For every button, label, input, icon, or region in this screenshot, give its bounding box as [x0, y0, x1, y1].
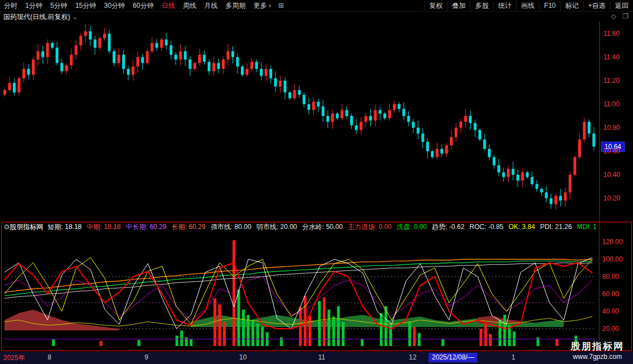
indicator-reading: 主力进场: 0.00: [348, 223, 392, 231]
period-tab-2[interactable]: 5分钟: [46, 1, 72, 11]
indicator-reading: 长期: 60.29: [171, 223, 206, 231]
indicator-tick: 120.00: [602, 238, 623, 246]
tool-button-7[interactable]: +自选: [583, 1, 610, 11]
watermark: 股朋指标网 www.7gpzb.com: [571, 340, 624, 361]
period-tab-0[interactable]: 分时: [0, 1, 21, 11]
indicator-reading: 中期: 18.18: [87, 223, 121, 231]
tool-button-6[interactable]: 标记: [560, 1, 583, 11]
indicator-reading: OK: 3.84: [509, 223, 535, 231]
indicator-reading: 短期: 18.18: [48, 223, 82, 231]
diamond-icon[interactable]: ◇: [611, 12, 616, 20]
tool-button-2[interactable]: 多股: [470, 1, 493, 11]
price-tick: 11.20: [603, 77, 620, 85]
bullet-icon: ⊙: [4, 223, 10, 231]
indicator-reading: 强市线: 80.00: [211, 223, 252, 231]
title-row: 国药现代(日线,前复权) ⌄ ◇ ❐: [0, 11, 633, 22]
price-tick: 11.00: [603, 100, 620, 108]
axis-month: 12: [409, 353, 416, 361]
page-title[interactable]: 国药现代(日线,前复权): [3, 12, 70, 22]
tool-button-0[interactable]: 复权: [424, 1, 447, 11]
top-toolbar: 分时1分钟5分钟15分钟30分钟60分钟日线周线月线多周期更多 ›⊞ 复权叠加多…: [0, 0, 633, 11]
tool-button-1[interactable]: 叠加: [447, 1, 470, 11]
price-tick: 10.80: [603, 124, 620, 132]
period-tab-10[interactable]: 更多 ›: [249, 1, 274, 11]
date-axis: 2025年 2025/12/08/— 891011121: [0, 352, 633, 364]
indicator-chart[interactable]: [2, 231, 599, 352]
watermark-url: www.7gpzb.com: [571, 353, 624, 361]
indicator-reading: 分水岭: 50.00: [302, 223, 343, 231]
period-tabs: 分时1分钟5分钟15分钟30分钟60分钟日线周线月线多周期更多 ›⊞: [0, 1, 287, 11]
indicator-header: ⊙股朋指标网短期: 18.18中期: 18.18中长期: 60.29长期: 60…: [4, 223, 597, 231]
period-tab-8[interactable]: 月线: [200, 1, 221, 11]
price-tick: 10.60: [603, 147, 620, 155]
indicator-tick: 40.00: [602, 307, 619, 315]
indicator-tick: 60.00: [602, 290, 619, 298]
period-tab-6[interactable]: 日线: [157, 1, 179, 11]
indicator-tick: 80.00: [602, 273, 619, 281]
period-tab-3[interactable]: 15分钟: [71, 1, 100, 11]
tool-button-5[interactable]: F10: [539, 2, 560, 10]
period-tab-7[interactable]: 周线: [179, 1, 200, 11]
tool-button-8[interactable]: 返回: [610, 1, 633, 11]
price-tick: 11.40: [603, 53, 620, 61]
indicator-reading: 洗盘: 0.00: [397, 223, 427, 231]
indicator-site-name: 股朋指标网: [10, 223, 43, 231]
multi-grid-icon[interactable]: ⊞: [275, 2, 287, 10]
indicator-reading: 中长期: 60.29: [125, 223, 166, 231]
axis-month: 9: [145, 353, 148, 361]
price-tick: 10.40: [603, 171, 620, 179]
axis-month: 1: [511, 353, 515, 361]
period-tab-5[interactable]: 60分钟: [129, 1, 157, 11]
indicator-reading: 趋势: -0.62: [432, 223, 464, 231]
axis-month: 8: [48, 353, 52, 361]
tool-buttons: 复权叠加多股统计画线F10标记+自选返回: [424, 1, 633, 11]
period-tab-9[interactable]: 多周期: [221, 1, 249, 11]
indicator-panel[interactable]: ⊙股朋指标网短期: 18.18中期: 18.18中长期: 60.29长期: 60…: [1, 222, 632, 351]
indicator-tick: 20.00: [602, 325, 619, 333]
indicator-axis-divider: [599, 222, 599, 350]
tool-button-3[interactable]: 统计: [493, 1, 516, 11]
price-tick: 10.20: [603, 194, 620, 202]
candlestick-layer: [0, 21, 599, 222]
indicator-tick: 100.00: [602, 255, 623, 263]
indicator-reading: 弱市线: 20.00: [257, 223, 297, 231]
period-tab-1[interactable]: 1分钟: [21, 1, 46, 11]
period-tab-4[interactable]: 30分钟: [100, 1, 129, 11]
indicator-reading: MDI: 13.59: [577, 223, 597, 231]
indicator-reading: PDI: 21.26: [540, 223, 572, 231]
price-tick: 11.60: [603, 30, 620, 38]
axis-month: 10: [239, 353, 246, 361]
watermark-site: 股朋指标网: [571, 340, 624, 353]
axis-selected-date: 2025/12/08/—: [429, 353, 477, 362]
axis-month: 11: [318, 353, 325, 361]
tool-button-4[interactable]: 画线: [516, 1, 539, 11]
price-axis: 10.64 11.6011.4011.2011.0010.8010.6010.4…: [599, 21, 633, 222]
main-candle-chart[interactable]: [0, 21, 599, 222]
indicator-reading: ROC: -0.85: [469, 223, 504, 231]
window-icon[interactable]: ❐: [622, 12, 629, 20]
axis-year: 2025年: [3, 353, 25, 363]
chevron-down-icon[interactable]: ⌄: [72, 13, 77, 21]
